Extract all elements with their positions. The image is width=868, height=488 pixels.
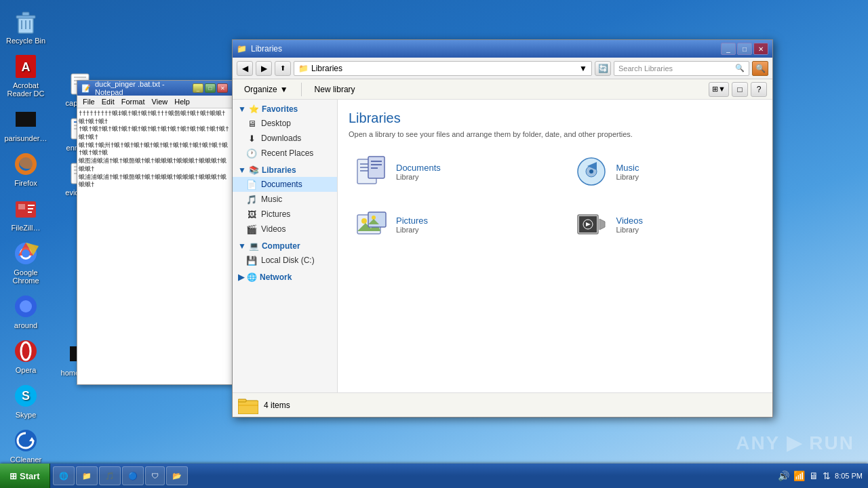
notepad-menu-file[interactable]: File xyxy=(80,97,98,106)
sidebar-item-videos[interactable]: 🎬 Videos xyxy=(233,222,337,237)
recycle-bin-icon[interactable]: Recycle Bin xyxy=(0,5,52,47)
start-button[interactable]: ⊞ Start xyxy=(0,464,50,488)
sidebar-item-pictures[interactable]: 🖼 Pictures xyxy=(233,207,337,222)
notepad-content[interactable]: †††††††††蛾‡蛾†蛾†蛾†蛾†††蛾骼蛾†蛾†蛾†蛾蛾†蛾†蛾†蛾† †… xyxy=(77,108,232,382)
main-desc: Open a library to see your files and arr… xyxy=(349,130,762,138)
taskbar-media-button[interactable]: 🎵 xyxy=(99,466,121,485)
refresh-button[interactable]: 🔄 xyxy=(595,61,611,76)
svg-rect-50 xyxy=(371,167,378,169)
start-label: Start xyxy=(20,471,40,481)
notepad-menu-help[interactable]: Help xyxy=(172,97,193,106)
taskbar-antivirus-button[interactable]: 🛡 xyxy=(145,466,165,485)
sidebar-item-recent-places[interactable]: 🕐 Recent Places xyxy=(233,146,337,161)
search-button[interactable]: 🔍 xyxy=(752,61,768,76)
ccleaner-icon[interactable]: CCleaner xyxy=(0,424,52,466)
downloads-label: Downloads xyxy=(261,134,301,143)
filezilla-icon[interactable]: FileZill… xyxy=(0,192,52,235)
svg-rect-66 xyxy=(238,399,246,402)
svg-point-20 xyxy=(20,300,32,312)
sidebar-item-downloads[interactable]: ⬇ Downloads xyxy=(233,131,337,146)
documents-lib-sub: Library xyxy=(396,173,441,181)
address-box[interactable]: 📁 Libraries ▼ xyxy=(294,61,592,76)
svg-point-22 xyxy=(21,342,31,360)
libraries-titlebar: 📁 Libraries _ □ ✕ xyxy=(233,40,772,58)
new-library-button[interactable]: New library xyxy=(309,82,361,97)
tray-monitor-icon[interactable]: 🖥 xyxy=(809,470,818,481)
libraries-sidebar: ▼ ⭐ Favorites 🖥 Desktop ⬇ Downloads 🕐 xyxy=(233,100,338,392)
notepad-minimize-button[interactable]: _ xyxy=(193,83,203,93)
pictures-lib-text: Pictures Library xyxy=(396,216,428,234)
sidebar-header-favorites[interactable]: ▼ ⭐ Favorites xyxy=(233,102,337,116)
recycle-bin-label: Recycle Bin xyxy=(6,37,45,45)
skype-icon[interactable]: S Skype xyxy=(0,380,52,422)
help-button[interactable]: ? xyxy=(751,82,767,97)
desktop-label: Desktop xyxy=(261,119,291,128)
sidebar-item-desktop[interactable]: 🖥 Desktop xyxy=(233,116,337,131)
address-dropdown[interactable]: ▼ xyxy=(579,64,587,73)
notepad-menu-view[interactable]: View xyxy=(149,97,171,106)
firefox-icon[interactable]: Firefox xyxy=(0,148,52,190)
tray-clock[interactable]: 8:05 PM xyxy=(835,471,863,481)
music-lib-sub: Library xyxy=(616,173,639,181)
tray-network-icon[interactable]: 🔊 xyxy=(778,470,789,481)
ie-icon: 🌐 xyxy=(59,472,68,481)
notepad-menu-edit[interactable]: Edit xyxy=(99,97,117,106)
svg-point-55 xyxy=(361,218,367,224)
documents-lib-icon xyxy=(354,155,388,188)
sidebar-section-libraries: ▼ 📚 Libraries 📄 Documents 🎵 Music 🖼 xyxy=(233,163,337,237)
libraries-close-button[interactable]: ✕ xyxy=(753,43,768,55)
taskbar-ie-button[interactable]: 🌐 xyxy=(53,466,75,485)
toolbar-separator xyxy=(301,83,302,96)
parisunder-icon[interactable]: parisunder… xyxy=(0,103,52,145)
tray-arrows-icon[interactable]: ⇅ xyxy=(823,470,831,481)
google-chrome-icon[interactable]: GoogleChrome xyxy=(0,237,52,287)
up-button[interactable]: ⬆ xyxy=(275,61,291,76)
tray-volume-icon[interactable]: 📶 xyxy=(793,470,805,481)
sidebar-item-documents[interactable]: 📄 Documents xyxy=(233,177,337,192)
around-icon[interactable]: around xyxy=(0,290,52,332)
pictures-icon-small: 🖼 xyxy=(246,209,257,220)
explorer-icon: 📁 xyxy=(82,472,92,481)
view-options-button[interactable]: ⊞▼ xyxy=(709,82,729,97)
sidebar-header-network[interactable]: ▶ 🌐 Network xyxy=(233,270,337,284)
acrobat-icon[interactable]: A AcrobatReader DC xyxy=(0,50,52,100)
notepad-close-button[interactable]: ✕ xyxy=(217,83,228,93)
taskbar-chrome-button[interactable]: 🔵 xyxy=(122,466,144,485)
videos-label: Videos xyxy=(261,224,285,234)
sidebar-header-libraries[interactable]: ▼ 📚 Libraries xyxy=(233,163,337,177)
back-button[interactable]: ◀ xyxy=(237,61,253,76)
desktop-icon-small: 🖥 xyxy=(246,118,257,129)
sidebar-item-music[interactable]: 🎵 Music xyxy=(233,192,337,207)
videos-lib-sub: Library xyxy=(616,226,644,234)
libraries-minimize-button[interactable]: _ xyxy=(721,43,736,55)
svg-rect-57 xyxy=(368,212,386,227)
taskbar-folder-button[interactable]: 📂 xyxy=(166,466,188,485)
taskbar-explorer-button[interactable]: 📁 xyxy=(76,466,98,485)
sidebar-header-computer[interactable]: ▼ 💻 Computer xyxy=(233,239,337,253)
favorites-icon: ⭐ xyxy=(249,104,259,114)
videos-lib-icon xyxy=(574,207,608,241)
videos-lib-text: Videos Library xyxy=(616,216,644,234)
svg-rect-67 xyxy=(238,405,258,406)
start-windows-icon: ⊞ xyxy=(9,471,17,481)
favorites-collapse-icon: ▼ xyxy=(238,104,246,114)
notepad-title: duck_pinger .bat.txt - Notepad xyxy=(95,80,193,96)
sidebar-item-local-disk[interactable]: 💾 Local Disk (C:) xyxy=(233,253,337,268)
library-item-videos[interactable]: Videos Library xyxy=(569,205,762,244)
library-item-pictures[interactable]: Pictures Library xyxy=(349,205,542,244)
library-item-music[interactable]: Music Library xyxy=(569,152,762,191)
libraries-maximize-button[interactable]: □ xyxy=(737,43,752,55)
search-box[interactable]: Search Libraries 🔍 xyxy=(614,61,749,76)
forward-button[interactable]: ▶ xyxy=(256,61,272,76)
search-placeholder: Search Libraries xyxy=(618,64,673,73)
library-item-documents[interactable]: Documents Library xyxy=(349,152,542,191)
notepad-menu-format[interactable]: Format xyxy=(119,97,148,106)
preview-pane-button[interactable]: □ xyxy=(732,82,748,97)
taskbar-tasks: 🌐 📁 🎵 🔵 🛡 📂 xyxy=(50,466,772,485)
organize-button[interactable]: Organize ▼ xyxy=(238,82,294,97)
opera-icon[interactable]: Opera xyxy=(0,335,52,377)
taskbar-tray: 🔊 📶 🖥 ⇅ 8:05 PM xyxy=(772,470,868,481)
music-lib-name: Music xyxy=(616,163,639,173)
notepad-maximize-button[interactable]: □ xyxy=(205,83,216,93)
parisunder-label: parisunder… xyxy=(5,134,47,142)
